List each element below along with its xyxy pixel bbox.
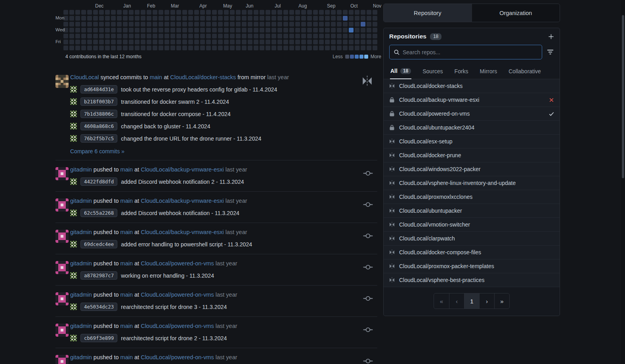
repo-link[interactable]: CloudLocal/backup-vmware-esxi: [141, 166, 224, 173]
user-avatar[interactable]: [55, 198, 69, 212]
repo-row[interactable]: CloudLocal/ubuntupacker: [384, 204, 560, 218]
branch-link[interactable]: main: [120, 198, 133, 204]
compare-commits-link[interactable]: Compare 6 commits »: [70, 148, 124, 154]
filter-tab-collaborative[interactable]: Collaborative: [508, 65, 541, 79]
branch-link[interactable]: main: [120, 229, 133, 235]
repo-row[interactable]: CloudLocal/docker-stacks: [384, 79, 560, 93]
heatmap-cell: [182, 10, 187, 15]
filter-tab-mirrors[interactable]: Mirrors: [480, 65, 498, 79]
repo-search-input[interactable]: [403, 49, 538, 55]
commit-sha-link[interactable]: b218f003b7: [80, 97, 117, 106]
repo-name-link[interactable]: CloudLocal/clarpwatch: [399, 235, 455, 242]
repo-name-link[interactable]: CloudLocal/docker-prune: [399, 152, 461, 158]
branch-link[interactable]: main: [150, 74, 162, 80]
commit-sha-link[interactable]: 62c55a2268: [80, 209, 117, 217]
repo-link[interactable]: CloudLocal/powered-on-vms: [141, 323, 214, 329]
heatmap-cell: [361, 28, 365, 32]
repo-row[interactable]: CloudLocal/vmotion-switcher: [384, 218, 560, 232]
filter-tab-sources[interactable]: Sources: [422, 65, 443, 79]
repo-name-link[interactable]: CloudLocal/backup-vmware-esxi: [399, 97, 479, 103]
tab-organization[interactable]: Organization: [472, 4, 560, 22]
repo-row[interactable]: CloudLocal/ubuntupacker2404: [384, 121, 560, 135]
commit-sha-link[interactable]: 7b1d38806c: [80, 110, 117, 118]
repo-name-link[interactable]: CloudLocal/proxmoxlxcclones: [399, 194, 472, 200]
branch-link[interactable]: main: [120, 354, 133, 360]
user-avatar[interactable]: [55, 292, 69, 305]
repo-row[interactable]: CloudLocal/docker-compose-files: [384, 246, 560, 259]
last-page-button[interactable]: »: [494, 293, 509, 309]
commit-sha-link[interactable]: a8782987c7: [80, 271, 117, 280]
heatmap-cell: [367, 28, 371, 32]
commit-message: took out the reverse proxy headers confi…: [121, 86, 277, 93]
commit-icon: [363, 324, 373, 335]
next-page-button[interactable]: ›: [479, 293, 494, 309]
repo-name-link[interactable]: CloudLocal/ubuntupacker: [399, 208, 462, 214]
filter-icon[interactable]: [547, 48, 554, 56]
repo-row[interactable]: CloudLocal/backup-vmware-esxi: [384, 93, 560, 107]
actor-link[interactable]: gitadmin: [70, 198, 92, 204]
repo-link[interactable]: CloudLocal/backup-vmware-esxi: [141, 229, 224, 235]
repo-name-link[interactable]: CloudLocal/vmotion-switcher: [399, 221, 470, 228]
commit-sha-link[interactable]: 69dcedc4ee: [80, 240, 117, 248]
repo-name-link[interactable]: CloudLocal/proxmox-packer-templates: [399, 263, 494, 269]
commit-sha-link[interactable]: ad6484d31e: [80, 85, 117, 93]
repo-row[interactable]: CloudLocal/proxmoxlxcclones: [384, 190, 560, 204]
repo-row[interactable]: CloudLocal/docker-prune: [384, 149, 560, 162]
commit-sha-link[interactable]: 4e5034dc23: [80, 303, 117, 311]
heatmap-cell: [373, 34, 377, 38]
repo-row[interactable]: CloudLocal/vsphere-linux-inventory-and-u…: [384, 176, 560, 190]
user-avatar[interactable]: [55, 324, 69, 337]
committer-avatar-icon: [70, 178, 77, 185]
heatmap-cell: [349, 40, 354, 44]
branch-link[interactable]: main: [120, 260, 133, 267]
repo-name-link[interactable]: CloudLocal/vsphere-best-practices: [399, 277, 485, 283]
actor-link[interactable]: gitadmin: [70, 229, 92, 235]
actor-link[interactable]: CloudLocal: [70, 74, 99, 80]
commit-sha-link[interactable]: 4422fd8dfd: [80, 177, 117, 186]
actor-link[interactable]: gitadmin: [70, 260, 92, 267]
actor-link[interactable]: gitadmin: [70, 292, 92, 298]
repo-row[interactable]: CloudLocal/vsphere-best-practices: [384, 273, 560, 287]
scrollbar-thumb[interactable]: [622, 15, 624, 178]
repo-link[interactable]: CloudLocal/powered-on-vms: [141, 260, 214, 267]
page-scrollbar[interactable]: [621, 0, 625, 364]
branch-link[interactable]: main: [120, 323, 133, 329]
page-page-button[interactable]: 1: [464, 293, 479, 309]
repo-row[interactable]: CloudLocal/esx-setup: [384, 135, 560, 149]
branch-link[interactable]: main: [120, 166, 133, 173]
repo-name-link[interactable]: CloudLocal/docker-compose-files: [399, 249, 481, 255]
user-avatar[interactable]: [55, 261, 69, 274]
repo-name-link[interactable]: CloudLocal/powered-on-vms: [399, 111, 470, 117]
repo-row[interactable]: CloudLocal/powered-on-vms: [384, 107, 560, 121]
repo-name-link[interactable]: CloudLocal/vsphere-linux-inventory-and-u…: [399, 180, 516, 186]
user-avatar[interactable]: [55, 75, 69, 88]
tab-repository[interactable]: Repository: [384, 4, 472, 22]
heatmap-cell: [242, 34, 247, 38]
heatmap-cell: [289, 28, 294, 32]
repo-row[interactable]: CloudLocal/windows2022-packer: [384, 162, 560, 176]
repo-link[interactable]: CloudLocal/docker-stacks: [170, 74, 236, 80]
commit-sha-link[interactable]: 76b2f5b7c5: [80, 134, 117, 143]
repo-row[interactable]: CloudLocal/clarpwatch: [384, 232, 560, 246]
filter-tab-all[interactable]: All18: [390, 65, 411, 79]
repo-name-link[interactable]: CloudLocal/ubuntupacker2404: [399, 124, 474, 131]
filter-tab-forks[interactable]: Forks: [454, 65, 469, 79]
new-repository-button[interactable]: [548, 34, 554, 40]
user-avatar[interactable]: [55, 167, 69, 180]
repo-link[interactable]: CloudLocal/backup-vmware-esxi: [141, 198, 224, 204]
user-avatar[interactable]: [55, 355, 69, 364]
repo-row[interactable]: CloudLocal/proxmox-packer-templates: [384, 259, 560, 273]
repo-link[interactable]: CloudLocal/powered-on-vms: [141, 354, 214, 360]
user-avatar[interactable]: [55, 230, 69, 243]
commit-sha-link[interactable]: 4608a868c6: [80, 122, 117, 130]
actor-link[interactable]: gitadmin: [70, 166, 92, 173]
repo-name-link[interactable]: CloudLocal/windows2022-packer: [399, 166, 480, 172]
heatmap-cell: [355, 10, 359, 15]
commit-sha-link[interactable]: cb69f3e899: [80, 334, 117, 342]
actor-link[interactable]: gitadmin: [70, 354, 92, 360]
repo-name-link[interactable]: CloudLocal/docker-stacks: [399, 83, 463, 89]
repo-link[interactable]: CloudLocal/powered-on-vms: [141, 292, 214, 298]
branch-link[interactable]: main: [120, 292, 133, 298]
repo-name-link[interactable]: CloudLocal/esx-setup: [399, 138, 453, 145]
actor-link[interactable]: gitadmin: [70, 323, 92, 329]
